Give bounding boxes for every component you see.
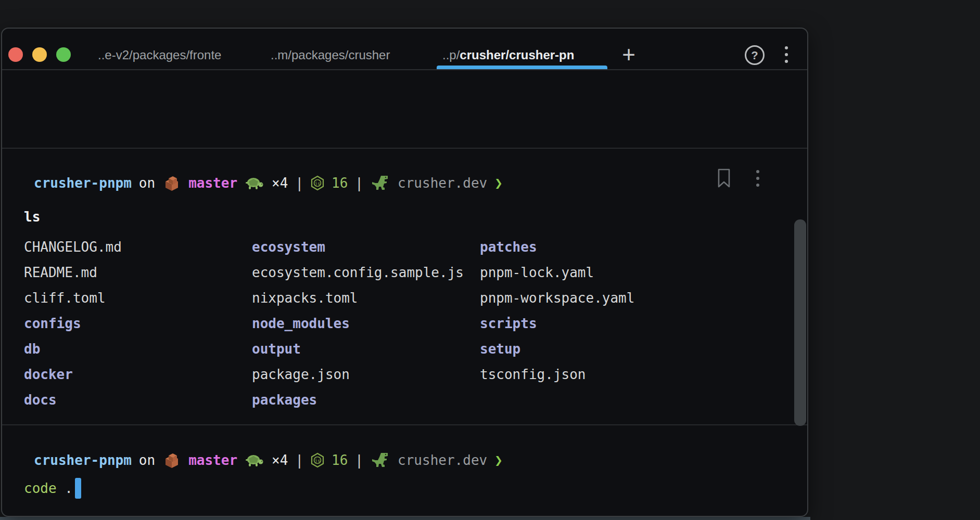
directory-entry: scripts [480, 316, 753, 331]
domain-context: crusher.dev [398, 452, 487, 468]
nodejs-hexagon-icon: js [311, 175, 324, 191]
directory-entry: docs [24, 392, 252, 408]
nodejs-hexagon-icon: js [311, 452, 324, 468]
prompt-line: crusher-pnpm on master ×4 | [34, 173, 503, 193]
directory-entry: packages [252, 392, 480, 408]
prompt-chevron: ❯ [494, 175, 503, 191]
svg-text:js: js [315, 458, 321, 463]
node-version: 16 [332, 175, 348, 191]
tab-label: ..e-v2/packages/fronte [98, 48, 221, 62]
tabbar-divider [2, 69, 807, 70]
tab-bar: ..e-v2/packages/fronte ..m/packages/crus… [2, 29, 807, 70]
prompt-on: on [139, 175, 155, 191]
tab-label: ..m/packages/crusher [271, 48, 390, 62]
kebab-menu-icon [756, 170, 759, 173]
tab-label-prefix: ..p/ [442, 48, 460, 62]
scrollbar-thumb[interactable] [794, 219, 806, 426]
maximize-window-button[interactable] [56, 47, 71, 62]
prompt-directory: crusher-pnpm [34, 452, 132, 468]
window-menu-button[interactable] [785, 46, 788, 67]
prompt-chevron: ❯ [494, 452, 503, 468]
brick-icon [162, 174, 181, 192]
separator: | [355, 175, 363, 191]
file-entry: cliff.toml [24, 290, 252, 306]
terminal-window: ..e-v2/packages/fronte ..m/packages/crus… [1, 28, 808, 517]
turtle-icon [245, 175, 264, 191]
background-window-strip [0, 517, 810, 520]
tab-crusher[interactable]: ..m/packages/crusher [271, 46, 390, 64]
t-rex-icon [371, 174, 390, 192]
directory-entry: patches [480, 239, 753, 255]
command-input-line[interactable]: code . [24, 477, 81, 500]
domain-context: crusher.dev [398, 175, 487, 191]
file-entry: pnpm-lock.yaml [480, 265, 753, 280]
stash-count: ×4 [272, 452, 288, 468]
brick-icon [162, 451, 181, 469]
close-window-button[interactable] [8, 47, 23, 62]
command-ls: ls [24, 207, 40, 226]
block-menu-button[interactable] [756, 170, 759, 190]
block-divider [2, 424, 807, 425]
help-circle-icon: ? [751, 49, 758, 62]
bookmark-block-button[interactable] [717, 168, 731, 189]
file-entry: CHANGELOG.md [24, 239, 252, 255]
node-version: 16 [332, 452, 348, 468]
prompt-on: on [139, 452, 155, 468]
directory-entry: db [24, 341, 252, 357]
file-entry: package.json [252, 367, 480, 382]
screen: ..e-v2/packages/fronte ..m/packages/crus… [0, 0, 980, 520]
separator: | [295, 175, 303, 191]
tab-frontend[interactable]: ..e-v2/packages/fronte [98, 46, 221, 64]
block-divider [2, 148, 807, 149]
file-entry: tsconfig.json [480, 367, 753, 382]
directory-entry: configs [24, 316, 252, 331]
directory-entry: ecosystem [252, 239, 480, 255]
directory-entry: node_modules [252, 316, 480, 331]
text-cursor [75, 478, 81, 499]
directory-entry: output [252, 341, 480, 357]
file-entry: README.md [24, 265, 252, 280]
prompt-line: crusher-pnpm on master ×4 | [34, 450, 503, 471]
separator: | [355, 452, 363, 468]
minimize-window-button[interactable] [32, 47, 47, 62]
plus-icon: + [622, 42, 635, 67]
t-rex-icon [371, 451, 390, 470]
file-entry: nixpacks.toml [252, 290, 480, 306]
active-tab-underline [437, 66, 607, 69]
file-entry: ecosystem.config.sample.js [252, 265, 480, 280]
tab-label: crusher/crusher-pn [460, 48, 574, 62]
git-branch: master [188, 175, 237, 191]
directory-entry: docker [24, 367, 252, 382]
git-branch: master [188, 452, 237, 468]
turtle-icon [245, 452, 264, 468]
command-text: code [24, 480, 57, 496]
directory-entry: setup [480, 341, 753, 357]
file-entry: pnpm-workspace.yaml [480, 290, 753, 306]
tab-crusher-pnpm-active[interactable]: ..p/crusher/crusher-pn [442, 46, 574, 64]
new-tab-button[interactable]: + [614, 42, 643, 68]
stash-count: ×4 [272, 175, 288, 191]
separator: | [295, 452, 303, 468]
svg-text:js: js [315, 181, 321, 186]
file-grid: CHANGELOG.mdecosystempatchesREADME.mdeco… [24, 234, 753, 412]
kebab-menu-icon [785, 46, 788, 49]
prompt-directory: crusher-pnpm [34, 175, 132, 191]
help-button[interactable]: ? [745, 45, 765, 65]
command-argument: . [57, 480, 73, 496]
